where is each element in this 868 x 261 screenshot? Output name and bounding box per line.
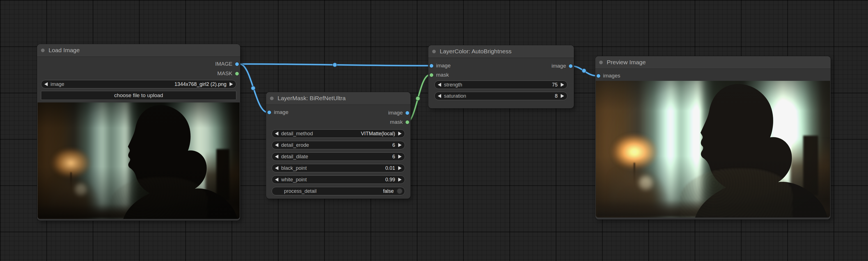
node-title: Load Image (49, 47, 80, 54)
collapse-dot-icon[interactable] (599, 61, 603, 64)
node-load-image[interactable]: Load Image IMAGE MASK image 1344x768_gir… (37, 44, 240, 221)
input-slot-image: image (430, 62, 451, 69)
input-slot-mask: mask (430, 71, 449, 78)
input-socket-image-icon[interactable] (430, 64, 433, 68)
decrement-arrow-icon[interactable] (275, 143, 278, 147)
decrement-arrow-icon[interactable] (44, 82, 48, 86)
node-title: LayerMask: BiRefNetUltra (278, 95, 346, 102)
node-titlebar[interactable]: Preview Image (595, 56, 831, 69)
link-image-to-preview[interactable] (571, 66, 597, 76)
output-slot-image: IMAGE (215, 60, 239, 68)
output-socket-image-icon[interactable] (235, 62, 239, 66)
output-slot-image: image (388, 109, 409, 117)
widget-value[interactable]: false (383, 188, 394, 194)
widget-value[interactable]: 75 (552, 82, 558, 88)
widget-value[interactable]: 0.01 (385, 165, 395, 171)
photo-vignette (38, 102, 240, 219)
widget-value[interactable]: 0.99 (385, 177, 395, 183)
node-layermask-birefnetultra[interactable]: LayerMask: BiRefNetUltra image image mas… (266, 92, 410, 199)
decrement-arrow-icon[interactable] (275, 132, 278, 135)
node-layercolor-autobrightness[interactable]: LayerColor: AutoBrightness image mask im… (428, 45, 574, 108)
output-socket-image-icon[interactable] (569, 64, 572, 68)
loaded-image-preview (38, 102, 240, 219)
widget-detail-method[interactable]: detail_method VITMatte(local) (272, 129, 405, 138)
widget-white-point[interactable]: white_point 0.99 (272, 175, 405, 184)
decrement-arrow-icon[interactable] (275, 155, 278, 159)
widget-detail-erode[interactable]: detail_erode 6 (272, 141, 405, 149)
increment-arrow-icon[interactable] (398, 166, 402, 170)
output-slot-mask: mask (390, 119, 409, 126)
output-slot-image: image (552, 62, 572, 70)
widget-strength[interactable]: strength 75 (434, 80, 567, 89)
increment-arrow-icon[interactable] (229, 82, 233, 86)
link-midpoint-dot (251, 86, 255, 90)
collapse-dot-icon[interactable] (270, 97, 274, 100)
collapse-dot-icon[interactable] (432, 50, 436, 53)
widget-process-detail[interactable]: process_detail false (272, 187, 405, 195)
increment-arrow-icon[interactable] (398, 155, 402, 159)
input-socket-images-icon[interactable] (597, 74, 600, 78)
node-title: Preview Image (607, 59, 646, 66)
increment-arrow-icon[interactable] (561, 83, 564, 87)
decrement-arrow-icon[interactable] (275, 166, 278, 170)
widget-black-point[interactable]: black_point 0.01 (272, 164, 405, 172)
node-title: LayerColor: AutoBrightness (440, 48, 512, 55)
node-graph-canvas[interactable]: Load Image IMAGE MASK image 1344x768_gir… (0, 0, 868, 261)
photo-vignette (596, 81, 830, 218)
increment-arrow-icon[interactable] (561, 94, 564, 98)
widget-saturation[interactable]: saturation 8 (434, 92, 567, 100)
output-socket-mask-icon[interactable] (405, 121, 409, 124)
decrement-arrow-icon[interactable] (275, 178, 278, 182)
input-slot-images: images (597, 72, 620, 79)
link-midpoint-dot (582, 69, 586, 73)
toggle-knob-icon[interactable] (397, 188, 402, 194)
increment-arrow-icon[interactable] (398, 178, 402, 182)
node-preview-image[interactable]: Preview Image images (595, 56, 831, 220)
decrement-arrow-icon[interactable] (438, 94, 441, 98)
output-slot-mask: MASK (217, 70, 239, 77)
collapse-dot-icon[interactable] (41, 48, 44, 52)
link-midpoint-dot (333, 63, 337, 67)
preview-image-output (596, 81, 830, 218)
widget-value[interactable]: 6 (392, 142, 395, 148)
input-socket-image-icon[interactable] (268, 110, 271, 114)
choose-file-button[interactable]: choose file to upload (41, 91, 236, 100)
widget-image-combo[interactable]: image 1344x768_girl2 (2).png (41, 80, 236, 88)
node-titlebar[interactable]: Load Image (37, 44, 240, 57)
input-slot-image: image (268, 108, 288, 116)
widget-value[interactable]: 8 (555, 93, 558, 99)
node-titlebar[interactable]: LayerMask: BiRefNetUltra (266, 92, 410, 105)
widget-value[interactable]: 1344x768_girl2 (2).png (175, 81, 226, 87)
input-socket-mask-icon[interactable] (430, 73, 433, 77)
node-titlebar[interactable]: LayerColor: AutoBrightness (428, 45, 574, 58)
output-socket-image-icon[interactable] (405, 111, 409, 115)
widget-value[interactable]: 6 (392, 154, 395, 160)
link-image-to-autobrightness[interactable] (240, 63, 430, 67)
link-midpoint-dot (416, 97, 420, 101)
widget-value[interactable]: VITMatte(local) (361, 131, 395, 137)
widget-detail-dilate[interactable]: detail_dilate 6 (272, 152, 405, 161)
increment-arrow-icon[interactable] (398, 132, 402, 135)
output-socket-mask-icon[interactable] (235, 72, 239, 75)
increment-arrow-icon[interactable] (398, 143, 402, 147)
decrement-arrow-icon[interactable] (438, 83, 441, 87)
link-image-to-birefnet[interactable] (240, 64, 268, 112)
